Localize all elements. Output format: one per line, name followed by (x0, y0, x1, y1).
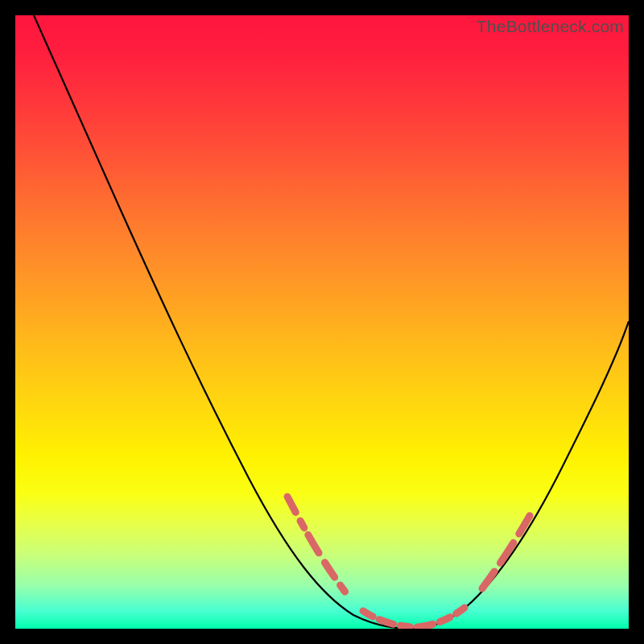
plot-area: TheBottleneck.com (15, 15, 629, 629)
highlight-left (287, 497, 349, 597)
bottleneck-curve (34, 15, 629, 629)
highlight-right (482, 514, 530, 588)
chart-frame: TheBottleneck.com (0, 0, 644, 644)
curve-layer (15, 15, 629, 629)
